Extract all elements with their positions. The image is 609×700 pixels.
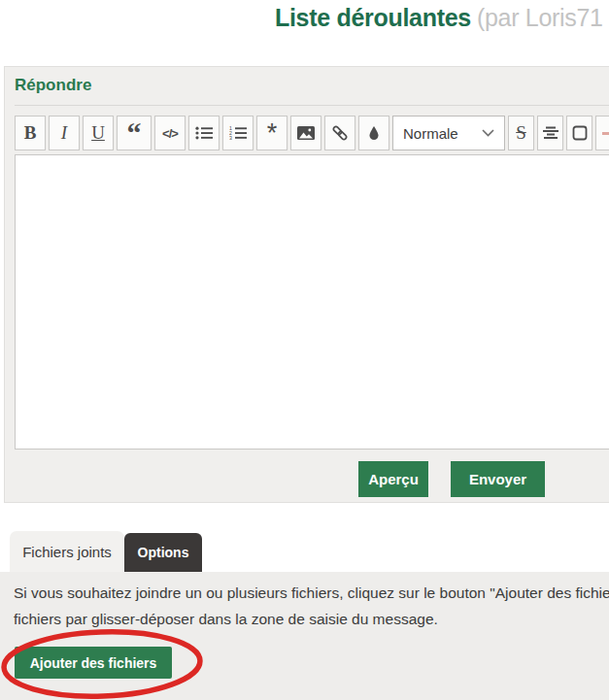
thread-author: (par Loris71 (477, 4, 603, 31)
italic-icon: I (61, 122, 67, 144)
bullet-list-button[interactable] (188, 116, 220, 150)
add-files-button[interactable]: Ajouter des fichiers (15, 647, 172, 679)
divider (15, 105, 609, 106)
strikethrough-icon: S (516, 122, 526, 144)
underline-icon: U (91, 122, 105, 144)
bold-icon: B (24, 122, 37, 144)
page: Liste déroulantes(par Loris71 Répondre B… (0, 0, 609, 700)
attachments-panel: Si vous souhaitez joindre un ou plusieur… (0, 572, 609, 700)
numbered-list-icon: 1 2 3 (229, 126, 247, 140)
bold-button[interactable]: B (15, 116, 46, 150)
numbered-list-button[interactable]: 1 2 3 (222, 116, 254, 150)
link-icon (331, 125, 349, 141)
clipped-icon (602, 132, 609, 135)
preview-button[interactable]: Aperçu (358, 461, 428, 497)
tab-options[interactable]: Options (124, 533, 202, 572)
page-title: Liste déroulantes(par Loris71 (275, 4, 603, 32)
link-button[interactable] (324, 116, 355, 150)
square-button[interactable] (566, 116, 592, 150)
chevron-down-icon (482, 129, 494, 137)
clipped-toolbar-button[interactable] (595, 116, 609, 150)
bullet-list-icon (195, 126, 213, 140)
align-center-icon (542, 126, 559, 140)
asterisk-button[interactable]: * (256, 116, 288, 150)
svg-text:3: 3 (229, 135, 232, 140)
send-button[interactable]: Envoyer (451, 461, 545, 497)
instructions-line-2: fichiers par glisser-déposer dans la zon… (14, 606, 609, 632)
tab-fichiers-joints-label: Fichiers joints (22, 544, 112, 560)
square-icon (572, 125, 588, 141)
format-select[interactable]: Normale (392, 116, 505, 150)
reply-heading: Répondre (15, 76, 91, 95)
reply-panel: Répondre B I U “ </> (4, 66, 609, 503)
strikethrough-button[interactable]: S (508, 116, 534, 150)
attachments-instructions: Si vous souhaitez joindre un ou plusieur… (14, 580, 609, 632)
code-button[interactable]: </> (154, 116, 186, 150)
tab-options-label: Options (138, 545, 189, 560)
droplet-icon (367, 125, 381, 141)
image-button[interactable] (290, 116, 321, 150)
image-icon (297, 126, 315, 140)
editor-toolbar: B I U “ </> 1 (15, 116, 609, 150)
align-center-button[interactable] (537, 116, 563, 150)
tab-fichiers-joints[interactable]: Fichiers joints (10, 531, 124, 572)
quote-icon: “ (127, 116, 142, 150)
thread-title: Liste déroulantes (275, 4, 471, 31)
code-icon: </> (162, 126, 178, 141)
instructions-line-1: Si vous souhaitez joindre un ou plusieur… (14, 580, 609, 606)
format-select-value: Normale (403, 125, 458, 142)
italic-button[interactable]: I (49, 116, 80, 150)
color-button[interactable] (358, 116, 389, 150)
quote-button[interactable]: “ (117, 116, 152, 150)
underline-button[interactable]: U (83, 116, 114, 150)
asterisk-icon: * (267, 116, 278, 150)
message-editor[interactable] (15, 154, 609, 450)
